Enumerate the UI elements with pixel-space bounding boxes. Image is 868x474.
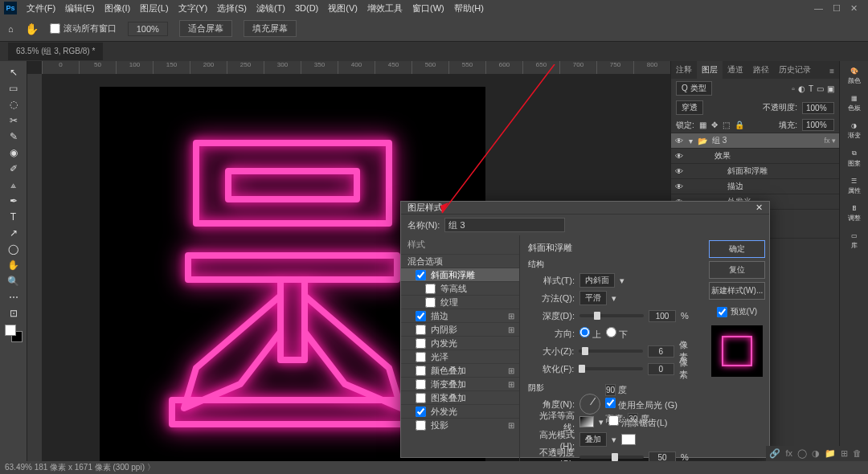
tab-channels[interactable]: 通道 [723,61,748,79]
adjustment-layer-icon[interactable]: ◑ [812,448,820,459]
filter-smart-icon[interactable]: ▣ [827,84,834,93]
blend-mode-select[interactable]: 穿透 [676,100,703,115]
chevron-down-icon[interactable]: ▾ [689,137,693,145]
mini-libraries[interactable]: ▭库 [851,232,858,250]
technique-select[interactable]: 平滑 [579,291,607,305]
layer-group-3[interactable]: 👁 ▾ 📂 组 3 fx ▾ [671,133,839,148]
style-innerglow[interactable]: 内发光 [401,336,519,349]
lasso-tool[interactable]: ◌ [2,96,25,112]
zoom-field[interactable]: 100% [128,22,168,36]
menu-file[interactable]: 文件(F) [22,2,60,14]
depth-field[interactable]: 100 [649,310,676,322]
edit-toolbar[interactable]: ⊡ [2,305,25,321]
style-satin[interactable]: 光泽 [401,349,519,363]
menu-window[interactable]: 窗口(W) [407,2,449,14]
filter-adjust-icon[interactable]: ◐ [798,84,805,93]
opacity-field[interactable]: 100% [802,102,834,114]
add-instance-icon[interactable]: ⊞ [508,366,514,375]
cancel-button[interactable]: 复位 [709,261,765,279]
type-tool[interactable]: T [2,209,25,225]
mini-color[interactable]: 🎨颜色 [848,67,861,85]
menu-type[interactable]: 文字(Y) [174,2,213,14]
new-style-button[interactable]: 新建样式(W)... [709,282,765,300]
menu-plugins[interactable]: 增效工具 [362,2,407,14]
delete-layer-icon[interactable]: 🗑 [853,448,862,459]
menu-layer[interactable]: 图层(L) [135,2,173,14]
blending-options-item[interactable]: 混合选项 [401,254,519,268]
lock-all-icon[interactable]: 🔒 [735,121,744,129]
add-instance-icon[interactable]: ⊞ [508,312,514,321]
fit-screen-button[interactable]: 适合屏幕 [179,20,232,37]
size-field[interactable]: 6 [648,345,675,358]
mini-swatches[interactable]: ▦色板 [848,95,861,112]
lock-nested-icon[interactable]: ⬚ [723,121,730,129]
menu-image[interactable]: 图像(I) [100,2,135,14]
style-patternoverlay[interactable]: 图案叠加 [401,390,519,404]
close-icon[interactable]: ✕ [850,3,858,14]
eyedropper-tool[interactable]: ✎ [2,129,25,145]
antialias-check[interactable]: 消除锯齿(L) [608,415,668,429]
filter-type-icon[interactable]: T [809,84,813,93]
more-tools[interactable]: ⋯ [2,289,25,305]
size-slider[interactable] [579,349,642,353]
global-light-check[interactable]: 使用全局光 (G) [605,398,678,411]
angle-field[interactable]: 90 [605,384,616,396]
add-instance-icon[interactable]: ⊞ [508,421,514,430]
color-swatches[interactable] [5,325,23,342]
menu-filter[interactable]: 滤镜(T) [252,2,290,14]
menu-help[interactable]: 帮助(H) [449,2,489,14]
dialog-close-icon[interactable]: ✕ [755,202,763,213]
stamp-tool[interactable]: ⟁ [2,177,25,193]
visibility-icon[interactable]: 👁 [674,182,684,191]
layer-kind-filter[interactable]: Q 类型 [676,81,712,96]
crop-tool[interactable]: ✂ [2,112,25,129]
visibility-icon[interactable]: 👁 [674,152,684,161]
pen-tool[interactable]: ✒ [2,193,25,209]
add-instance-icon[interactable]: ⊞ [508,380,514,389]
link-layers-icon[interactable]: 🔗 [769,448,780,459]
style-texture[interactable]: 纹理 [401,295,519,309]
highlight-mode-select[interactable]: 叠加 [579,432,607,447]
bevel-style-select[interactable]: 内斜面 [579,273,615,288]
direction-down-radio[interactable]: 下 [606,327,628,341]
new-layer-icon[interactable]: ⊞ [841,448,848,459]
filter-shape-icon[interactable]: ▭ [817,84,824,93]
style-outerglow[interactable]: 外发光 [401,404,519,418]
zoom-tool[interactable]: 🔍 [2,273,25,289]
style-innershadow[interactable]: 内阴影⊞ [401,322,519,336]
mini-adjust[interactable]: 🎚调整 [848,205,861,223]
hand-tool[interactable]: ✋ [2,257,25,273]
shape-tool[interactable]: ◯ [2,241,25,257]
lock-pixels-icon[interactable]: ▦ [699,121,706,129]
layer-mask-icon[interactable]: ◯ [797,448,807,459]
soften-field[interactable]: 0 [648,363,675,375]
menu-select[interactable]: 选择(S) [212,2,252,14]
hand-tool-icon[interactable]: ✋ [25,22,39,35]
filter-image-icon[interactable]: ▫ [792,84,795,93]
fill-field[interactable]: 100% [802,119,834,131]
mini-gradient[interactable]: ◑渐变 [848,122,861,140]
marquee-tool[interactable]: ▭ [2,80,25,96]
heal-tool[interactable]: ◉ [2,145,25,161]
style-bevel[interactable]: 斜面和浮雕 [401,268,519,281]
brush-tool[interactable]: ✐ [2,161,25,177]
highlight-opacity-slider[interactable] [579,456,644,459]
scroll-all-windows-check[interactable]: 滚动所有窗口 [50,22,117,35]
add-instance-icon[interactable]: ⊞ [508,325,514,334]
visibility-icon[interactable]: 👁 [674,167,684,176]
lock-position-icon[interactable]: ✥ [711,121,718,129]
style-gradientoverlay[interactable]: 渐变叠加⊞ [401,377,519,390]
tab-notes[interactable]: 注释 [671,61,697,79]
style-dropshadow[interactable]: 投影⊞ [401,418,519,431]
layer-fx-icon[interactable]: fx [785,448,792,459]
layer-effects-row[interactable]: 👁 效果 [671,148,839,163]
style-coloroverlay[interactable]: 颜色叠加⊞ [401,363,519,377]
soften-slider[interactable] [579,367,642,370]
menu-3d[interactable]: 3D(D) [290,3,323,13]
gloss-contour-picker[interactable] [579,416,594,427]
visibility-icon[interactable]: 👁 [674,137,684,145]
style-stroke[interactable]: 描边⊞ [401,309,519,322]
layer-effect-stroke[interactable]: 👁 描边 [671,178,839,194]
document-tab[interactable]: 63.5% (组 3, RGB/8) * [8,43,103,60]
menu-view[interactable]: 视图(V) [323,2,362,14]
